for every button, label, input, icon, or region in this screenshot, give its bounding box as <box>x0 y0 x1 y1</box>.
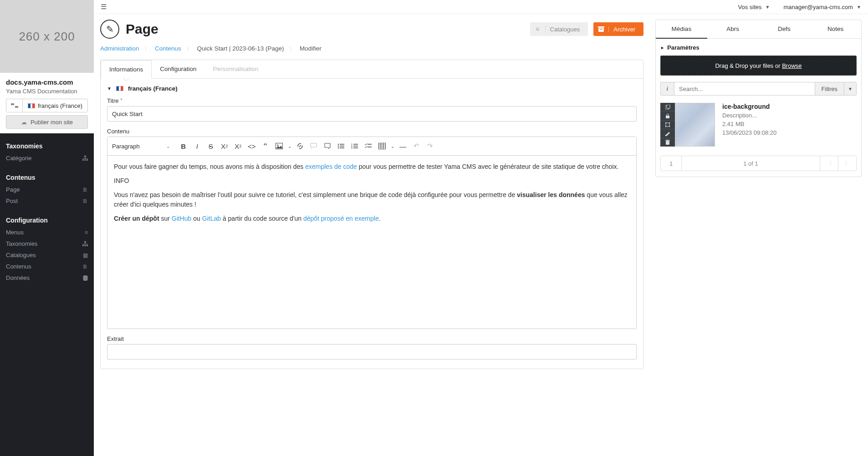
filters-caret[interactable]: ▼ <box>844 82 857 96</box>
tab-notes[interactable]: Notes <box>810 20 861 39</box>
nav-item-catalogues[interactable]: Catalogues ▦ <box>6 249 88 261</box>
site-desc: Yama CMS Documentation <box>6 88 88 95</box>
tab-abrs[interactable]: Abrs <box>707 20 759 39</box>
titre-input[interactable] <box>107 106 637 122</box>
paragraph-select[interactable]: Paragraph ⌄ <box>111 143 174 150</box>
flag-fr-icon <box>116 86 123 91</box>
link-icon[interactable] <box>294 140 306 152</box>
user-dropdown[interactable]: manager@yama-cms.com ▼ <box>783 4 861 10</box>
svg-point-16 <box>338 144 339 145</box>
site-name: docs.yama-cms.com <box>6 78 88 86</box>
browse-link[interactable]: Browse <box>782 62 802 69</box>
svg-rect-12 <box>598 28 604 32</box>
trash-icon[interactable] <box>660 138 675 147</box>
grid-icon: ▦ <box>83 252 88 258</box>
pager-next[interactable]: 〉 <box>838 156 856 171</box>
nav-label: Menus <box>6 229 24 236</box>
form-tabs: Informations Configuration Personnalisat… <box>101 60 643 79</box>
tab-defs[interactable]: Defs <box>759 20 810 39</box>
thumb-actions <box>660 103 675 147</box>
quote-icon[interactable]: “ <box>259 140 272 152</box>
right-tabs: Médias Abrs Defs Notes <box>656 20 861 39</box>
required-mark: * <box>120 97 122 103</box>
nav-configuration: Configuration Menus ≡ Taxonomies Catalog… <box>0 208 94 284</box>
svg-rect-21 <box>340 147 344 148</box>
nav-label: Post <box>6 198 18 204</box>
tab-informations[interactable]: Informations <box>101 60 152 79</box>
language-toggle-icon[interactable] <box>6 99 23 112</box>
filters-button[interactable]: Filtres <box>815 82 844 96</box>
svg-point-39 <box>665 122 666 123</box>
media-search-row: i Filtres ▼ <box>660 82 857 96</box>
media-thumbnail[interactable] <box>675 103 715 147</box>
extrait-input[interactable] <box>107 344 637 360</box>
nav-label: Page <box>6 186 20 193</box>
tab-medias[interactable]: Médias <box>656 20 707 39</box>
info-icon[interactable]: i <box>660 82 674 96</box>
crumb-contenus[interactable]: Contenus <box>155 45 181 52</box>
svg-rect-6 <box>84 241 86 243</box>
code-icon[interactable]: <> <box>245 140 258 152</box>
archiver-button[interactable]: Archiver <box>593 22 643 36</box>
numbered-list-icon[interactable]: 123 <box>348 140 361 152</box>
strike-icon[interactable]: S <box>204 140 217 152</box>
dropzone[interactable]: Drag & Drop your files or Browse <box>660 56 857 76</box>
media-search-input[interactable] <box>674 82 815 96</box>
bullet-list-icon[interactable] <box>335 140 347 152</box>
hamburger-icon[interactable]: ☰ <box>101 3 107 11</box>
site-info: docs.yama-cms.com Yama CMS Documentation… <box>0 73 94 133</box>
edit-icon[interactable] <box>660 129 675 138</box>
link-depot[interactable]: dépôt proposé en exemple <box>303 215 379 222</box>
svg-rect-7 <box>82 245 84 246</box>
media-date: 13/06/2023 09:08:20 <box>722 129 857 136</box>
nav-label: Catégorie <box>6 155 31 162</box>
redo-icon: ↷ <box>424 140 437 152</box>
nav-label: Contenus <box>6 263 31 270</box>
lock-icon[interactable] <box>660 111 675 120</box>
language-label: français (France) <box>38 102 82 109</box>
nav-item-taxonomies[interactable]: Taxonomies <box>6 238 88 249</box>
nav-item-contenus[interactable]: Contenus 🗎 <box>6 261 88 272</box>
chevron-right-icon: 〉 <box>289 46 294 51</box>
editor-body[interactable]: Pour vous faire gagner du temps, nous av… <box>107 156 636 329</box>
hr-icon[interactable]: — <box>397 140 409 152</box>
chevron-down-icon[interactable]: ⌄ <box>389 140 396 152</box>
undo-icon: ↶ <box>410 140 423 152</box>
publish-button[interactable]: ☁ Publier mon site <box>6 115 88 129</box>
language-switcher[interactable]: français (France) <box>6 99 88 112</box>
italic-icon[interactable]: I <box>191 140 204 152</box>
sites-dropdown[interactable]: Vos sites ▼ <box>738 4 770 10</box>
svg-rect-0 <box>11 103 14 105</box>
nav-item-donnees[interactable]: Données <box>6 272 88 284</box>
link-github[interactable]: GitHub <box>172 215 192 222</box>
sitemap-icon <box>82 156 88 161</box>
copy-icon[interactable] <box>660 103 675 111</box>
chevron-down-icon[interactable]: ⌄ <box>286 140 293 152</box>
crop-icon[interactable] <box>660 121 675 129</box>
nav-item-page[interactable]: Page 🗎 <box>6 184 88 195</box>
language-collapse[interactable]: ▼ français (France) <box>107 85 637 92</box>
parametres-collapse[interactable]: ▸ Paramètres <box>660 42 857 53</box>
crumb-admin[interactable]: Administration <box>100 45 139 52</box>
list-icon: ≡ <box>530 25 546 33</box>
nav-item-menus[interactable]: Menus ≡ <box>6 227 88 238</box>
svg-point-18 <box>338 146 339 147</box>
checklist-icon[interactable] <box>362 140 375 152</box>
superscript-icon[interactable]: X2 <box>232 140 245 152</box>
image-icon[interactable] <box>273 140 286 152</box>
nav-item-post[interactable]: Post 🗎 <box>6 195 88 207</box>
editor-toolbar: Paragraph ⌄ B I S X2 X2 <> “ <box>107 137 636 156</box>
subscript-icon[interactable]: X2 <box>218 140 231 152</box>
pager-page: 1 <box>661 156 682 171</box>
catalogues-button[interactable]: ≡ Catalogues <box>530 22 588 36</box>
pager-prev[interactable]: 〈 <box>820 156 838 171</box>
nav-item-categorie[interactable]: Catégorie <box>6 152 88 164</box>
file-icon: 🗎 <box>82 263 88 270</box>
table-icon[interactable] <box>376 140 388 152</box>
sitemap-icon <box>82 241 88 247</box>
bold-icon[interactable]: B <box>177 140 190 152</box>
link-gitlab[interactable]: GitLab <box>202 215 221 222</box>
note-icon[interactable] <box>321 140 334 152</box>
link-examples[interactable]: exemples de code <box>305 163 357 170</box>
tab-configuration[interactable]: Configuration <box>152 60 204 78</box>
